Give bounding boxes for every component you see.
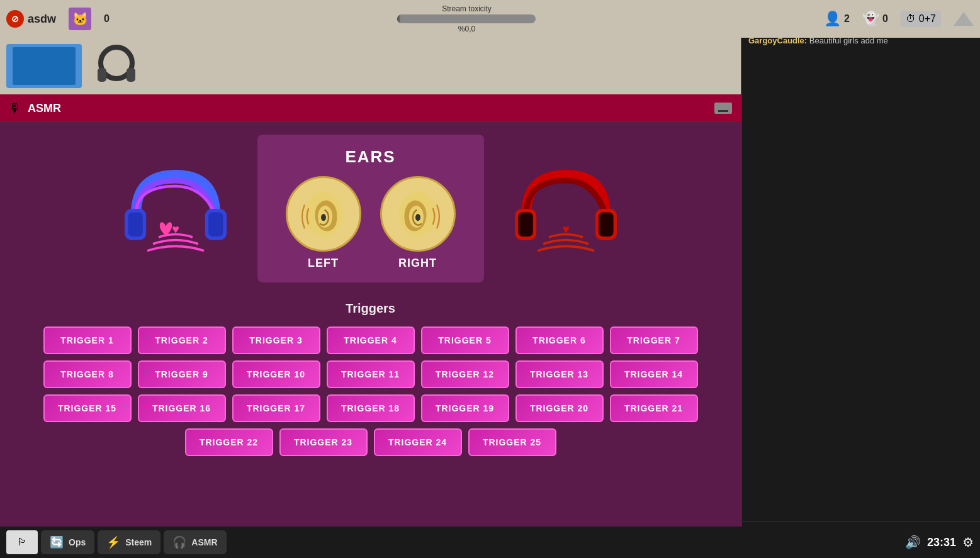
scroll-up-button[interactable]: [954, 12, 974, 26]
ghost-count: 0: [882, 13, 888, 25]
trigger-button-trigger-13[interactable]: TRIGGER 13: [515, 360, 604, 388]
trigger-button-trigger-12[interactable]: TRIGGER 12: [421, 360, 509, 388]
trigger-row: TRIGGER 15TRIGGER 16TRIGGER 17TRIGGER 18…: [43, 394, 698, 422]
start-button[interactable]: 🏳: [6, 530, 38, 554]
right-ear-button[interactable]: RIGHT: [380, 176, 456, 270]
asmr-header: 🎙 ASMR: [0, 94, 741, 122]
trigger-button-trigger-2[interactable]: TRIGGER 2: [138, 326, 226, 354]
cat-icon: 🐱: [69, 8, 91, 30]
screen-thumb: [13, 47, 76, 85]
timer-icon: ⏱: [906, 13, 916, 25]
trigger-button-trigger-11[interactable]: TRIGGER 11: [327, 360, 415, 388]
taskbar-asmr[interactable]: 🎧 ASMR: [164, 530, 226, 554]
svg-rect-15: [599, 212, 613, 237]
main-area: 🎙 ASMR: [0, 38, 741, 558]
trigger-row: TRIGGER 8TRIGGER 9TRIGGER 10TRIGGER 11TR…: [43, 360, 698, 388]
trigger-button-trigger-19[interactable]: TRIGGER 19: [421, 394, 509, 422]
trigger-button-trigger-10[interactable]: TRIGGER 10: [232, 360, 320, 388]
ears-section: ♥ EARS: [19, 135, 722, 282]
toxicity-label: Stream toxicity: [442, 4, 492, 13]
timer-section: ⏱ 0+7: [901, 11, 941, 27]
svg-point-11: [415, 214, 420, 221]
trigger-button-trigger-7[interactable]: TRIGGER 7: [610, 326, 698, 354]
cat-count: 0: [104, 13, 110, 25]
viewer-count: 2: [844, 13, 850, 25]
trigger-button-trigger-4[interactable]: TRIGGER 4: [327, 326, 415, 354]
svg-rect-4: [128, 212, 142, 237]
headphone-preview: [88, 44, 145, 88]
taskbar-right: 🔊 23:31 ⚙: [905, 535, 974, 550]
trigger-button-trigger-9[interactable]: TRIGGER 9: [138, 360, 226, 388]
trigger-button-trigger-3[interactable]: TRIGGER 3: [232, 326, 320, 354]
left-headphone: ♥: [113, 140, 239, 278]
trigger-row: TRIGGER 22TRIGGER 23TRIGGER 24TRIGGER 25: [185, 428, 556, 456]
trigger-button-trigger-23[interactable]: TRIGGER 23: [279, 428, 368, 456]
ops-icon: 🔄: [50, 535, 64, 549]
ghost-icon: 👻: [862, 11, 879, 27]
svg-rect-6: [208, 212, 223, 237]
asmr-taskbar-icon: 🎧: [172, 535, 186, 549]
trigger-button-trigger-25[interactable]: TRIGGER 25: [468, 428, 556, 456]
trigger-button-trigger-15[interactable]: TRIGGER 15: [43, 394, 132, 422]
trigger-button-trigger-16[interactable]: TRIGGER 16: [138, 394, 226, 422]
preview-strip: [0, 38, 741, 94]
ears-panel: EARS: [257, 135, 484, 282]
screen-preview: [6, 44, 82, 88]
toxicity-fill: [397, 14, 400, 23]
volume-icon[interactable]: 🔊: [905, 535, 921, 550]
triggers-section: Triggers TRIGGER 1TRIGGER 2TRIGGER 3TRIG…: [19, 301, 722, 456]
trigger-button-trigger-22[interactable]: TRIGGER 22: [185, 428, 273, 456]
ops-label: Ops: [69, 537, 86, 547]
taskbar-steem[interactable]: ⚡ Steem: [98, 530, 161, 554]
triggers-grid: TRIGGER 1TRIGGER 2TRIGGER 3TRIGGER 4TRIG…: [43, 326, 698, 456]
trigger-button-trigger-17[interactable]: TRIGGER 17: [232, 394, 320, 422]
steem-icon: ⚡: [106, 535, 120, 549]
toxicity-bar: [397, 14, 536, 23]
start-icon: 🏳: [17, 537, 27, 548]
trigger-button-trigger-18[interactable]: TRIGGER 18: [327, 394, 415, 422]
trigger-button-trigger-20[interactable]: TRIGGER 20: [515, 394, 604, 422]
logo-icon: ⊘: [6, 10, 24, 28]
toxicity-section: Stream toxicity %0,0: [122, 4, 811, 33]
taskbar-ops[interactable]: 🔄 Ops: [41, 530, 94, 554]
left-ear-label: LEFT: [308, 257, 339, 270]
taskbar-time: 23:31: [927, 536, 956, 549]
asmr-title: ASMR: [28, 102, 61, 115]
svg-text:♥: ♥: [562, 221, 570, 235]
triggers-title: Triggers: [346, 301, 395, 316]
trigger-button-trigger-1[interactable]: TRIGGER 1: [43, 326, 132, 354]
timer-label: 0+7: [919, 13, 936, 25]
svg-point-9: [321, 214, 326, 221]
asmr-content: ♥ EARS: [0, 122, 741, 469]
viewer-icon: 👤: [824, 11, 841, 27]
trigger-button-trigger-8[interactable]: TRIGGER 8: [43, 360, 132, 388]
trigger-button-trigger-24[interactable]: TRIGGER 24: [374, 428, 462, 456]
right-ear-label: RIGHT: [398, 257, 437, 270]
asmr-panel: 🎙 ASMR: [0, 94, 741, 527]
minimize-button[interactable]: [714, 103, 732, 114]
right-ear-circle: [380, 176, 456, 252]
ears-row: LEFT: [286, 176, 456, 270]
trigger-button-trigger-5[interactable]: TRIGGER 5: [421, 326, 509, 354]
taskbar: 🏳 🔄 Ops ⚡ Steem 🎧 ASMR 🔊 23:31 ⚙: [0, 527, 980, 558]
chat-panel: T Stream Chat GargoyCaudle: Beautiful gi…: [741, 0, 980, 558]
left-ear-button[interactable]: LEFT: [286, 176, 361, 270]
steem-label: Steem: [125, 537, 152, 547]
trigger-row: TRIGGER 1TRIGGER 2TRIGGER 3TRIGGER 4TRIG…: [43, 326, 698, 354]
trigger-button-trigger-14[interactable]: TRIGGER 14: [610, 360, 698, 388]
trigger-button-trigger-21[interactable]: TRIGGER 21: [610, 394, 698, 422]
asmr-taskbar-label: ASMR: [191, 537, 217, 547]
topbar: ⊘ asdw 🐱 0 Stream toxicity %0,0 👤 2 👻 0 …: [0, 0, 980, 38]
trigger-button-trigger-6[interactable]: TRIGGER 6: [515, 326, 604, 354]
chat-messages: GargoyCaudle: Beautiful girls add me: [742, 29, 980, 521]
toxicity-percent: %0,0: [458, 25, 475, 33]
app-title: asdw: [28, 13, 56, 26]
svg-rect-1: [98, 68, 106, 82]
asmr-icon: 🎙: [9, 101, 21, 116]
svg-text:♥: ♥: [172, 221, 179, 235]
ears-title: EARS: [345, 147, 395, 167]
viewer-stat: 👤 2: [824, 11, 850, 27]
ghost-stat: 👻 0: [862, 11, 888, 27]
settings-icon[interactable]: ⚙: [962, 535, 974, 550]
minimize-line: [718, 110, 728, 112]
